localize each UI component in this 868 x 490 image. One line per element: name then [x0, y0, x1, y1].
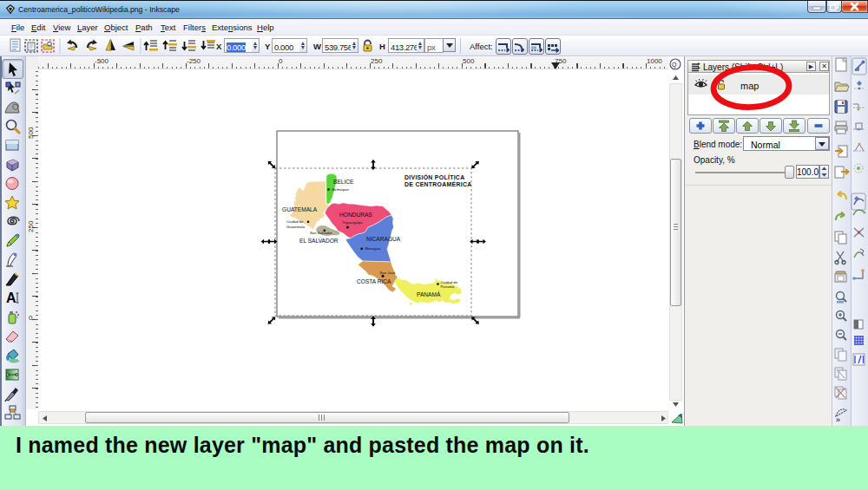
svg-text:Tegucigalpa: Tegucigalpa [343, 220, 364, 225]
svg-text:San Salvador: San Salvador [310, 231, 332, 235]
svg-text:GUATEMALA: GUATEMALA [282, 206, 318, 212]
svg-text:Q: Q [672, 62, 677, 69]
svg-text:Guatemala: Guatemala [286, 225, 306, 229]
svg-text:»: » [836, 415, 840, 424]
svg-text:Managua: Managua [365, 246, 382, 251]
svg-text:DE CENTROAMÉRICA: DE CENTROAMÉRICA [404, 180, 472, 187]
svg-text:Ciudad de: Ciudad de [441, 280, 458, 284]
svg-text:NICARAGUA: NICARAGUA [366, 236, 401, 242]
svg-text:BELICE: BELICE [333, 179, 354, 185]
svg-text:HONDURAS: HONDURAS [339, 212, 372, 218]
svg-text:A: A [6, 291, 16, 305]
svg-text:Belmopan: Belmopan [332, 187, 350, 192]
svg-text:DIVISIÓN POLÍTICA: DIVISIÓN POLÍTICA [404, 173, 464, 180]
svg-text:Panamá: Panamá [441, 284, 456, 289]
svg-text:Ciudad de: Ciudad de [286, 219, 304, 224]
svg-text:COSTA RICA: COSTA RICA [357, 278, 391, 284]
svg-text:San José: San José [380, 271, 397, 275]
svg-text:EL SALVADOR: EL SALVADOR [299, 238, 339, 244]
svg-text:PANAMÁ: PANAMÁ [417, 291, 441, 297]
